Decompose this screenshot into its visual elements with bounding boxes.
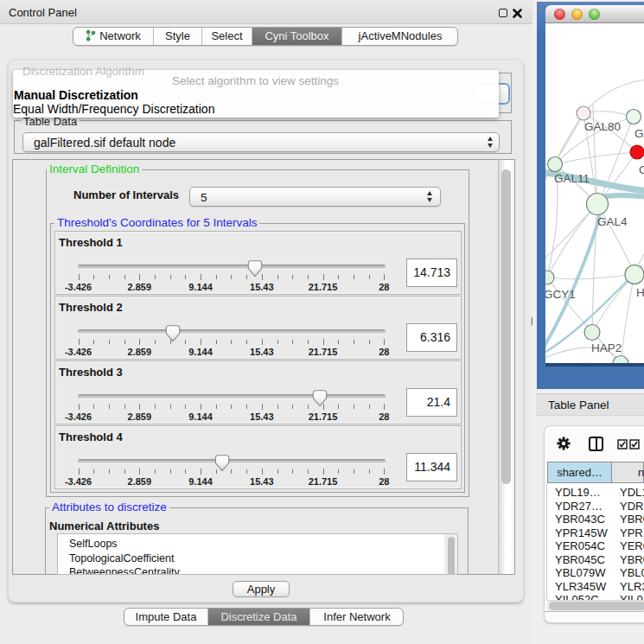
svg-text:GAL11: GAL11 (554, 172, 590, 185)
svg-text:C: C (639, 163, 644, 176)
svg-text:GA: GA (634, 127, 644, 140)
svg-text:GCY1: GCY1 (545, 288, 576, 301)
svg-text:GAL4: GAL4 (597, 215, 628, 228)
svg-text:H: H (636, 286, 644, 299)
svg-text:GAL80: GAL80 (584, 120, 621, 133)
svg-text:HAP2: HAP2 (591, 341, 622, 354)
